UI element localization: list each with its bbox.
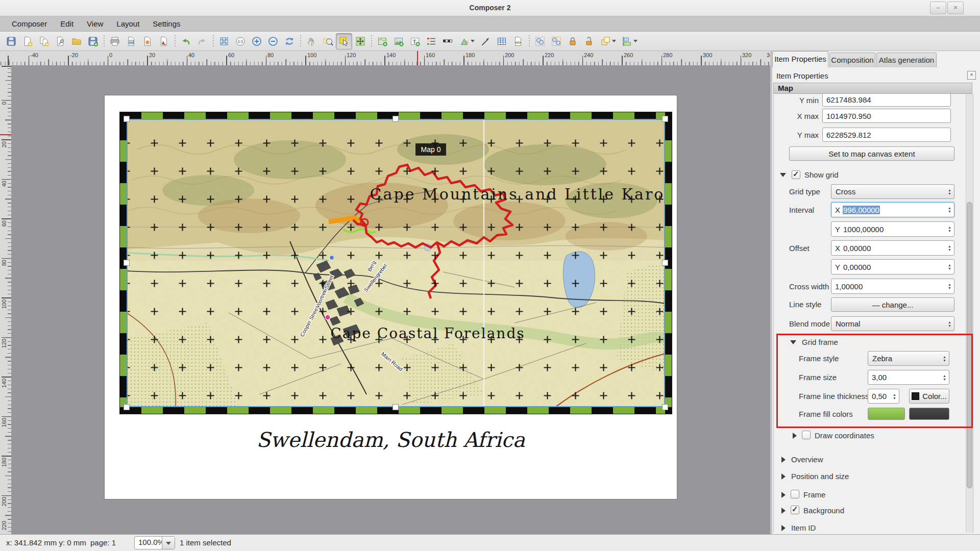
frame-style-select[interactable]: Zebra [868,351,949,366]
add-arrow-icon[interactable] [477,33,494,49]
show-grid-checkbox[interactable] [792,170,800,179]
open-icon[interactable] [68,33,85,49]
resize-handle-s[interactable] [393,404,399,410]
spinner-icon[interactable] [948,263,951,270]
section-item-id[interactable]: Item ID [791,523,816,532]
ymin-field[interactable]: 6217483.984 [822,94,951,107]
collapse-arrow-icon[interactable] [790,340,796,344]
zoom-full-icon[interactable] [216,33,232,49]
composer-canvas[interactable]: Swellendam, South Africa [11,65,770,534]
tab-composition[interactable]: Composition [829,53,875,67]
blend-mode-select[interactable]: Normal [831,316,954,331]
resize-handle-nw[interactable] [124,116,130,122]
zoom-level-select[interactable]: 100.0% [134,536,175,549]
spinner-icon[interactable] [893,393,896,400]
frame-checkbox[interactable] [791,490,799,498]
map-caption-label[interactable]: Swellendam, South Africa [105,428,677,452]
cross-width-field[interactable]: 1,00000 [831,279,954,294]
frame-size-field[interactable]: 3,00 [868,370,949,385]
panel-scrollbar[interactable] [966,94,973,533]
zoom-region-icon[interactable] [320,33,336,49]
collapse-arrow-icon[interactable] [780,173,786,177]
unlock-items-icon[interactable] [581,33,597,49]
grid-type-select[interactable]: Cross [831,184,954,199]
save-as-template-icon[interactable] [85,33,101,49]
align-items-icon[interactable] [619,33,640,49]
tab-item-properties[interactable]: Item Properties [772,51,828,67]
line-style-change-button[interactable]: — change... [831,297,954,312]
close-panel-icon[interactable]: × [967,71,976,80]
chevron-down-icon[interactable] [162,537,175,549]
spinner-icon[interactable] [948,244,951,252]
redo-icon[interactable] [194,33,210,49]
refresh-icon[interactable] [281,33,298,49]
select-move-item-icon[interactable] [336,33,352,49]
section-background[interactable]: Background [803,506,844,515]
add-html-icon[interactable]: </> [510,33,526,49]
resize-handle-e[interactable] [662,260,668,266]
raise-items-icon[interactable] [597,33,619,49]
move-item-content-icon[interactable] [352,33,369,49]
spinner-icon[interactable] [948,206,951,213]
expand-arrow-icon[interactable] [793,433,797,439]
frame-line-thickness-field[interactable]: 0,50 [868,389,899,404]
scrollbar-thumb[interactable] [967,202,972,488]
spinner-icon[interactable] [948,283,951,290]
menu-view[interactable]: View [80,16,110,32]
section-overview[interactable]: Overview [791,455,823,464]
resize-handle-ne[interactable] [662,116,668,122]
minimize-button[interactable]: – [930,2,946,14]
spinner-icon[interactable] [943,374,946,381]
close-button[interactable]: × [947,2,964,14]
zoom-in-icon[interactable] [249,33,265,49]
section-position-and-size[interactable]: Position and size [791,472,849,481]
ungroup-items-icon[interactable] [548,33,565,49]
add-table-icon[interactable] [494,33,510,49]
export-pdf-icon[interactable] [156,33,172,49]
add-scalebar-icon[interactable] [439,33,456,49]
group-items-icon[interactable] [532,33,548,49]
add-map-icon[interactable] [374,33,390,49]
duplicate-composition-icon[interactable] [36,33,52,49]
map-preview[interactable]: Cooper Street Voortrek Street Swellengre… [127,119,665,407]
zoom-out-icon[interactable] [265,33,281,49]
resize-handle-w[interactable] [124,260,130,266]
interval-x-field[interactable]: X996,00000 [831,202,954,217]
print-icon[interactable] [107,33,123,49]
tab-atlas-generation[interactable]: Atlas generation [876,53,937,67]
background-checkbox[interactable] [791,506,799,514]
menu-composer[interactable]: Composer [5,16,54,32]
ymax-field[interactable]: 6228529.812 [822,128,951,142]
expand-arrow-icon[interactable] [781,457,786,463]
composer-manager-icon[interactable] [52,33,68,49]
frame-fill-color-2-button[interactable] [909,408,949,420]
expand-arrow-icon[interactable] [781,508,786,514]
expand-arrow-icon[interactable] [781,473,786,480]
section-frame[interactable]: Frame [803,490,825,499]
spinner-icon[interactable] [948,320,951,328]
draw-coordinates-checkbox[interactable] [802,431,811,439]
export-image-icon[interactable] [123,33,139,49]
expand-arrow-icon[interactable] [781,525,786,531]
menu-edit[interactable]: Edit [54,16,80,32]
resize-handle-se[interactable] [662,404,668,410]
spinner-icon[interactable] [943,355,946,362]
resize-handle-sw[interactable] [124,404,130,410]
spinner-icon[interactable] [948,188,951,195]
xmax-field[interactable]: 1014970.950 [822,109,951,123]
frame-color-button[interactable]: Color... [909,389,949,404]
spinner-icon[interactable] [948,226,951,233]
add-image-icon[interactable] [390,33,407,49]
resize-handle-n[interactable] [393,116,399,122]
menu-layout[interactable]: Layout [110,16,146,32]
lock-items-icon[interactable] [565,33,581,49]
set-extent-button[interactable]: Set to map canvas extent [789,146,954,161]
add-shape-icon[interactable] [456,33,477,49]
zoom-1-1-icon[interactable]: 1:1 [232,33,249,49]
add-label-icon[interactable]: T [407,33,423,49]
add-legend-icon[interactable] [423,33,439,49]
save-icon[interactable] [3,33,19,49]
new-composition-icon[interactable] [19,33,36,49]
interval-y-field[interactable]: Y1000,00000 [831,221,954,237]
expand-arrow-icon[interactable] [781,492,786,498]
